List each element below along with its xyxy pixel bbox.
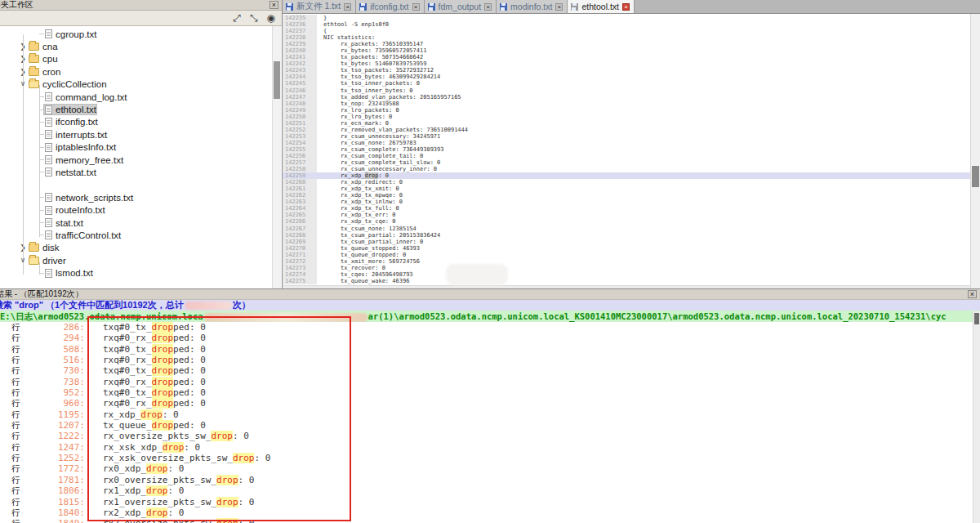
tab-close-icon[interactable]: × [344, 3, 351, 11]
tree-item[interactable]: command_log.txt [0, 91, 282, 103]
editor-scrollbar[interactable] [970, 14, 980, 288]
tree-item[interactable]: ∨driver [0, 254, 282, 266]
editor-line[interactable]: 142261 rx_xdp_tx_xmit: 0 [283, 186, 970, 192]
editor-line[interactable]: 142252 rx_removed_vlan_packets: 73651009… [283, 127, 970, 133]
editor-line[interactable]: 142244 tx_tso_bytes: 463099429284214 [283, 74, 970, 80]
tree-item[interactable]: interrupts.txt [0, 128, 282, 141]
results-file-path[interactable]: E:\日志\armod0523.odata.ncmp.unicom.locaar… [0, 311, 980, 322]
tree-item[interactable]: lsmod.txt [0, 266, 282, 279]
editor-line[interactable]: 142262 rx_xdp_tx_mpwqe: 0 [283, 192, 970, 199]
editor-line[interactable]: 142238NIC statistics: [283, 34, 970, 41]
editor-line[interactable]: 142242 tx_bytes: 514607839753959 [283, 60, 970, 67]
editor-line[interactable]: 142247 tx_added_vlan_packets: 2051659571… [283, 94, 970, 101]
result-row[interactable]: 行1840:rx2_xdp_drop: 0 [0, 507, 980, 518]
editor-line[interactable]: 142255 rx_csum_complete: 736449389393 [283, 146, 970, 153]
tree-item[interactable]: trafficControl.txt [0, 229, 282, 241]
result-row[interactable]: 行1222:rx_oversize_pkts_sw_drop: 0 [0, 431, 980, 441]
tree-item[interactable]: stat.txt [0, 217, 282, 229]
editor-line[interactable]: 142274 tx_cqes: 204596498793 [283, 271, 970, 278]
editor-line[interactable]: 142265 rx_xdp_tx_err: 0 [283, 212, 970, 218]
result-row[interactable]: 行952:txq#0_tx_dropped: 0 [0, 387, 980, 398]
code-area[interactable]: 142235}142236ethtool -S enp1s0f0142237{1… [283, 14, 970, 288]
workspace-scrollbar[interactable] [272, 26, 281, 288]
editor-line[interactable]: 142239 rx_packets: 736510395147 [283, 41, 970, 47]
result-row[interactable]: 行1815:rx1_oversize_pkts_sw_drop: 0 [0, 497, 980, 507]
expand-all-icon[interactable]: ⤢ [233, 13, 241, 23]
tree-item[interactable]: ❯cpu [0, 53, 282, 65]
tree-item[interactable]: ❯disk [0, 242, 282, 254]
editor-line[interactable]: 142243 tx_tso_packets: 35272932712 [283, 67, 970, 74]
tab-ethtool-txt[interactable]: ethtool.txt× [568, 0, 635, 13]
result-row[interactable]: 行1207:tx_queue_dropped: 0 [0, 420, 980, 431]
collapse-all-icon[interactable]: ⤡ [250, 13, 258, 23]
editor-line[interactable]: 142237{ [283, 28, 970, 34]
editor-line[interactable]: 142245 tx_tso_inner_packets: 0 [283, 80, 970, 87]
result-row[interactable]: 行1781:rx0_oversize_pkts_sw_drop: 0 [0, 475, 980, 485]
tree-item[interactable]: netstat.txt [0, 166, 282, 178]
locate-file-icon[interactable]: ◉ [267, 13, 275, 23]
tree-item[interactable]: routeInfo.txt [0, 203, 282, 216]
editor-line[interactable]: 142258 rx_csum_unnecessary_inner: 0 [283, 166, 970, 172]
editor-current-line[interactable]: 142259 rx_xdp_drop: 0 [283, 172, 970, 179]
result-row[interactable]: 行508:txq#0_tx_dropped: 0 [0, 344, 980, 355]
editor-line[interactable]: 142240 rx_bytes: 735960572057411 [283, 47, 970, 54]
results-scrollbar-thumb[interactable] [974, 313, 979, 324]
results-close-icon[interactable]: × [968, 290, 977, 298]
result-row[interactable]: 行1195:rx_xdp_drop: 0 [0, 409, 980, 420]
editor-line[interactable]: 142251 rx_ecn_mark: 0 [283, 120, 970, 127]
editor-line[interactable]: 142263 rx_xdp_tx_inlnw: 0 [283, 199, 970, 205]
tab-close-icon[interactable]: × [622, 3, 630, 11]
tab-close-icon[interactable]: × [484, 3, 492, 11]
result-row[interactable]: 行294:rxq#0_rx_dropped: 0 [0, 333, 980, 343]
tree-item[interactable]: ethtool.txt [0, 103, 282, 115]
editor-line[interactable]: 142235} [283, 15, 970, 21]
workspace-close-icon[interactable]: × [270, 1, 278, 9]
editor-line[interactable]: 142275 tx_queue_wake: 46396 [283, 278, 970, 284]
editor-line[interactable]: 142248 tx_nop: 232419588 [283, 101, 970, 107]
tab--1-txt[interactable]: 新文件 1.txt× [283, 0, 356, 13]
editor-line[interactable]: 142266 rx_xdp_tx_cqe: 0 [283, 218, 970, 225]
editor-line[interactable]: 142257 rx_csum_complete_tail_slow: 0 [283, 159, 970, 166]
editor-line[interactable]: 142254 rx_csum_none: 26759783 [283, 140, 970, 146]
editor-line[interactable]: 142260 rx_xdp_redirect: 0 [283, 179, 970, 186]
tab-close-icon[interactable]: × [555, 3, 563, 11]
editor-line[interactable]: 142270 tx_queue_stopped: 46393 [283, 245, 970, 252]
editor-line[interactable]: 142264 rx_xdp_tx_full: 0 [283, 205, 970, 212]
result-row[interactable]: 行1849:rx2_oversize_pkts_sw_drop: 0 [0, 518, 980, 523]
tree-item[interactable]: network_scripts.txt [0, 191, 282, 203]
result-row[interactable]: 行1772:rx0_xdp_drop: 0 [0, 463, 980, 474]
chevron-down-icon[interactable]: ∨ [19, 79, 27, 87]
tab-modinfo-txt[interactable]: modinfo.txt× [497, 0, 568, 13]
editor-line[interactable]: 142267 tx_csum_none: 12385154 [283, 226, 970, 232]
tree-item[interactable]: ∨cyclicCollection [0, 78, 282, 91]
result-row[interactable]: 行1806:rx1_xdp_drop: 0 [0, 485, 980, 496]
editor-line[interactable]: 142273 tx_recover: 0 [283, 265, 970, 271]
editor-line[interactable]: 142272 tx_xmit_more: 569724756 [283, 258, 970, 265]
editor-line[interactable]: 142269 tx_csum_partial_inner: 0 [283, 239, 970, 245]
tree-item[interactable]: ❯cna [0, 40, 282, 52]
editor-line[interactable]: 142241 tx_packets: 507354668642 [283, 54, 970, 60]
editor-line[interactable]: 142250 rx_lro_bytes: 0 [283, 114, 970, 120]
results-scrollbar[interactable] [973, 311, 980, 523]
result-row[interactable]: 行730:txq#0_tx_dropped: 0 [0, 365, 980, 376]
tree-item[interactable]: ❯cron [0, 65, 282, 78]
result-row[interactable]: 行1252:rx_xsk_oversize_pkts_sw_drop: 0 [0, 453, 980, 463]
editor-line[interactable]: 142246 tx_tso_inner_bytes: 0 [283, 87, 970, 94]
editor-line[interactable]: 142256 rx_csum_complete_tail: 0 [283, 153, 970, 159]
tab-fdm-output[interactable]: fdm_output× [425, 0, 497, 13]
tree-item[interactable]: memory_free.txt [0, 154, 282, 166]
editor-line[interactable]: 142249 rx_lro_packets: 0 [283, 107, 970, 114]
result-row[interactable]: 行516:rxq#0_rx_dropped: 0 [0, 355, 980, 365]
tree-item[interactable]: ifconfig.txt [0, 116, 282, 128]
editor-line[interactable]: 142271 tx_queue_dropped: 0 [283, 252, 970, 258]
tree-item[interactable]: cgroup.txt [0, 28, 282, 40]
tree-item[interactable]: iptablesInfo.txt [0, 141, 282, 154]
result-row[interactable]: 行1247:rx_xsk_xdp_drop: 0 [0, 442, 980, 453]
editor-line[interactable]: 142268 tx_csum_partial: 205153836424 [283, 232, 970, 239]
editor-line[interactable]: 142236ethtool -S enp1s0f0 [283, 21, 970, 28]
chevron-down-icon[interactable]: ∨ [19, 256, 27, 264]
result-row[interactable]: 行286:txq#0_tx_dropped: 0 [0, 322, 980, 333]
result-row[interactable]: 行738:rxq#0_rx_dropped: 0 [0, 377, 980, 387]
tab-close-icon[interactable]: × [412, 3, 420, 11]
editor-line[interactable]: 142253 rx_csum_unnecessary: 34245971 [283, 133, 970, 140]
